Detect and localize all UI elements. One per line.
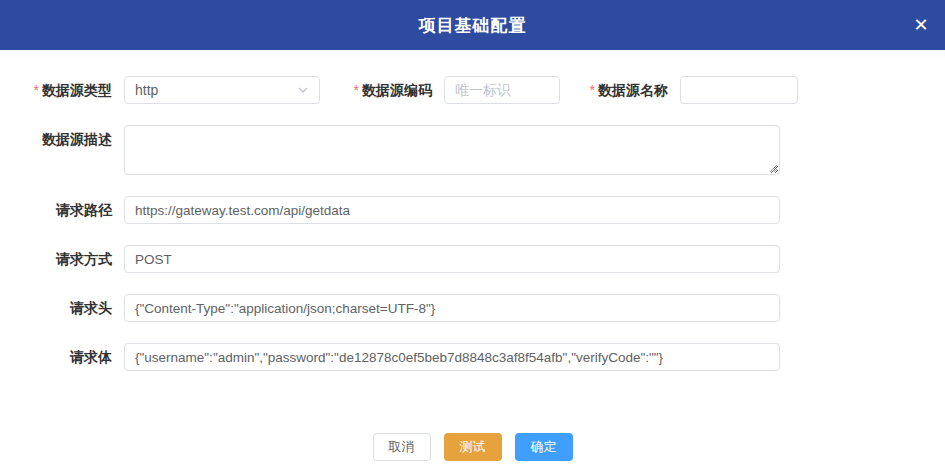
form-row-description: 数据源描述: [0, 125, 945, 175]
form-row-method: 请求方式: [0, 245, 945, 273]
chevron-down-icon: [297, 84, 309, 96]
datasource-desc-label: 数据源描述: [0, 125, 112, 153]
close-icon[interactable]: ✕: [909, 13, 933, 37]
dialog-title: 项目基础配置: [419, 14, 527, 37]
required-mark: *: [354, 82, 359, 98]
cancel-button[interactable]: 取消: [373, 433, 431, 461]
request-body-input[interactable]: [124, 343, 780, 371]
dialog-body: *数据源类型 http *数据源编码 *数据源名称 数据源描述 请求: [0, 62, 945, 461]
test-button[interactable]: 测试: [444, 433, 502, 461]
required-mark: *: [590, 82, 595, 98]
request-path-input[interactable]: [124, 196, 780, 224]
form-row-headers: 请求头: [0, 294, 945, 322]
required-mark: *: [34, 82, 39, 98]
project-config-dialog: 项目基础配置 ✕ *数据源类型 http *数据源编码 *数据源名称 数据源描述: [0, 0, 945, 472]
request-headers-input[interactable]: [124, 294, 780, 322]
request-method-input[interactable]: [124, 245, 780, 273]
datasource-type-value: http: [135, 82, 297, 98]
datasource-type-select[interactable]: http: [124, 76, 320, 104]
form-row-body: 请求体: [0, 343, 945, 371]
dialog-footer: 取消 测试 确定: [0, 433, 945, 461]
confirm-button[interactable]: 确定: [515, 433, 573, 461]
textarea-wrapper: [124, 125, 780, 175]
request-body-label: 请求体: [0, 343, 112, 371]
datasource-code-label: *数据源编码: [336, 76, 432, 104]
dialog-header: 项目基础配置 ✕: [0, 0, 945, 50]
request-method-label: 请求方式: [0, 245, 112, 273]
datasource-name-label: *数据源名称: [578, 76, 668, 104]
datasource-code-input[interactable]: [444, 76, 560, 104]
datasource-desc-textarea[interactable]: [124, 125, 780, 175]
form-row-basic: *数据源类型 http *数据源编码 *数据源名称: [0, 76, 945, 104]
datasource-name-input[interactable]: [680, 76, 798, 104]
datasource-type-label: *数据源类型: [0, 76, 112, 104]
request-path-label: 请求路径: [0, 196, 112, 224]
form-row-path: 请求路径: [0, 196, 945, 224]
backdrop-blur-strip: [0, 50, 945, 62]
request-headers-label: 请求头: [0, 294, 112, 322]
